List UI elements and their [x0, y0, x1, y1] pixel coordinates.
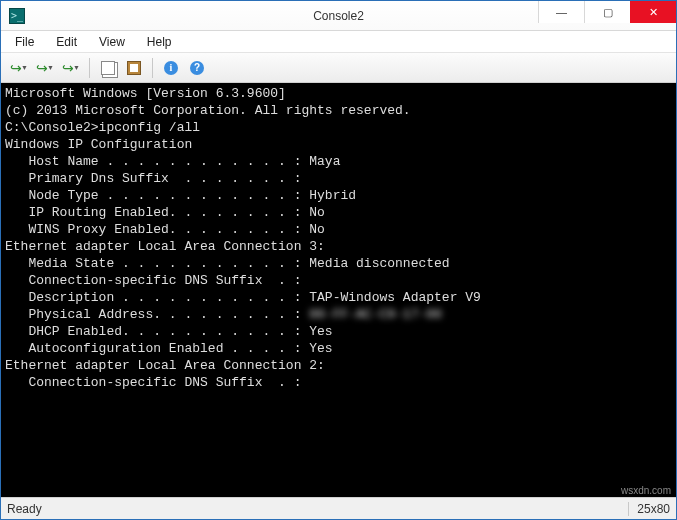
window-controls: ― ▢ ✕	[538, 1, 676, 23]
status-text: Ready	[7, 502, 42, 516]
chevron-down-icon: ▼	[21, 64, 28, 71]
terminal-line: DHCP Enabled. . . . . . . . . . . : Yes	[5, 323, 672, 340]
new-tab-button-2[interactable]: ↪▼	[33, 57, 57, 79]
app-window: >_ Console2 ― ▢ ✕ File Edit View Help ↪▼…	[0, 0, 677, 520]
menu-file[interactable]: File	[5, 33, 44, 51]
terminal-line: IP Routing Enabled. . . . . . . . : No	[5, 204, 672, 221]
close-button[interactable]: ✕	[630, 1, 676, 23]
terminal-line: Node Type . . . . . . . . . . . . : Hybr…	[5, 187, 672, 204]
info-icon: i	[164, 61, 178, 75]
minimize-button[interactable]: ―	[538, 1, 584, 23]
terminal-line: Ethernet adapter Local Area Connection 2…	[5, 357, 672, 374]
maximize-button[interactable]: ▢	[584, 1, 630, 23]
menu-help[interactable]: Help	[137, 33, 182, 51]
terminal-line: Physical Address. . . . . . . . . : 00-F…	[5, 306, 672, 323]
terminal-line: Windows IP Configuration	[5, 136, 672, 153]
terminal-line: Description . . . . . . . . . . . : TAP-…	[5, 289, 672, 306]
terminal-output[interactable]: Microsoft Windows [Version 6.3.9600](c) …	[1, 83, 676, 497]
copy-icon	[101, 61, 115, 75]
help-icon: ?	[190, 61, 204, 75]
help-button[interactable]: ?	[185, 57, 209, 79]
terminal-line: WINS Proxy Enabled. . . . . . . . : No	[5, 221, 672, 238]
titlebar[interactable]: >_ Console2 ― ▢ ✕	[1, 1, 676, 31]
new-tab-button-1[interactable]: ↪▼	[7, 57, 31, 79]
terminal-line: Ethernet adapter Local Area Connection 3…	[5, 238, 672, 255]
window-title: Console2	[313, 9, 364, 23]
chevron-down-icon: ▼	[47, 64, 54, 71]
chevron-down-icon: ▼	[73, 64, 80, 71]
app-icon: >_	[9, 8, 25, 24]
terminal-line: Host Name . . . . . . . . . . . . : Maya	[5, 153, 672, 170]
status-dimensions: 25x80	[628, 502, 670, 516]
terminal-line: Connection-specific DNS Suffix . :	[5, 272, 672, 289]
terminal-line: Connection-specific DNS Suffix . :	[5, 374, 672, 391]
menubar: File Edit View Help	[1, 31, 676, 53]
statusbar: Ready 25x80	[1, 497, 676, 519]
terminal-line: Primary Dns Suffix . . . . . . . :	[5, 170, 672, 187]
info-button[interactable]: i	[159, 57, 183, 79]
terminal-line: (c) 2013 Microsoft Corporation. All righ…	[5, 102, 672, 119]
paste-button[interactable]	[122, 57, 146, 79]
paste-icon	[127, 61, 141, 75]
terminal-line: C:\Console2>ipconfig /all	[5, 119, 672, 136]
toolbar-separator	[89, 58, 90, 78]
menu-edit[interactable]: Edit	[46, 33, 87, 51]
new-tab-button-3[interactable]: ↪▼	[59, 57, 83, 79]
menu-view[interactable]: View	[89, 33, 135, 51]
terminal-line: Microsoft Windows [Version 6.3.9600]	[5, 85, 672, 102]
copy-button[interactable]	[96, 57, 120, 79]
terminal-line: Media State . . . . . . . . . . . : Medi…	[5, 255, 672, 272]
mac-address-blurred: 00-FF-AC-C9-17-00	[309, 307, 442, 322]
terminal-line: Autoconfiguration Enabled . . . . : Yes	[5, 340, 672, 357]
toolbar-separator	[152, 58, 153, 78]
toolbar: ↪▼ ↪▼ ↪▼ i ?	[1, 53, 676, 83]
